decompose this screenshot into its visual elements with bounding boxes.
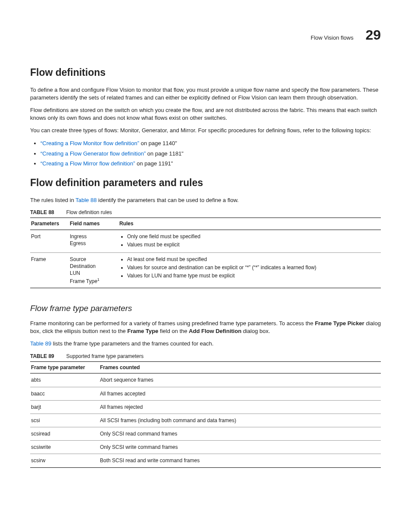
paragraph: The rules listed in Table 88 identify th… (30, 196, 381, 204)
rule-item: Only one field must be specified (127, 233, 378, 240)
cell: All frames accepted (99, 387, 381, 400)
xref-link[interactable]: “Creating a Flow Monitor flow definition… (40, 140, 139, 146)
topic-links-list: “Creating a Flow Monitor flow definition… (30, 140, 381, 168)
paragraph: You can create three types of flows: Mon… (30, 127, 381, 134)
table-row: Port Ingress Egress Only one field must … (30, 230, 381, 252)
text: dialog box. (241, 328, 270, 334)
table-label: TABLE 88 (30, 209, 54, 215)
rule-item: Values for LUN and frame type must be ex… (127, 272, 378, 279)
col-header: Frame type parameter (30, 362, 99, 373)
table-row: scsirwBoth SCSI read and write command f… (30, 454, 381, 467)
table-ref-link[interactable]: Table 88 (75, 197, 97, 203)
rule-item: Values for source and destination can be… (127, 264, 378, 271)
text: The rules listed in (30, 197, 75, 203)
table-88-title: TABLE 88Flow definition rules (30, 209, 381, 216)
ui-term: Frame Type Picker (315, 320, 364, 327)
col-header: Frames counted (99, 362, 381, 373)
cell: scsi (30, 414, 99, 427)
col-header: Rules (118, 218, 381, 230)
table-row: scsiAll SCSI frames (including both comm… (30, 414, 381, 427)
cell: abts (30, 373, 99, 387)
field-name: Egress (70, 240, 116, 247)
cell: Abort sequence frames (99, 373, 381, 387)
cell: At least one field must be specified Val… (118, 252, 381, 288)
ui-term: Frame Type (127, 328, 158, 334)
cell: All frames rejected (99, 400, 381, 414)
ui-term: Add Flow Definition (189, 328, 241, 334)
table-label: TABLE 89 (30, 353, 54, 359)
field-name: Source (70, 256, 116, 263)
text: lists the frame type parameters and the … (51, 340, 213, 347)
field-name: LUN (70, 270, 116, 277)
heading-flow-definitions: Flow definitions (30, 66, 381, 79)
heading-flow-definition-parameters: Flow definition parameters and rules (30, 176, 381, 190)
table-row: scsiwriteOnly SCSI write command frames (30, 441, 381, 454)
list-item: “Creating a Flow Monitor flow definition… (40, 140, 381, 147)
paragraph: Table 89 lists the frame type parameters… (30, 340, 381, 348)
table-caption: Flow definition rules (66, 209, 112, 215)
cell: scsiread (30, 427, 99, 441)
cell: Both SCSI read and write command frames (99, 454, 381, 467)
paragraph: Frame monitoring can be performed for a … (30, 320, 381, 335)
col-header: Field names (69, 218, 118, 230)
xref-suffix: on page 1181" (146, 150, 184, 157)
table-89-title: TABLE 89Supported frame type parameters (30, 353, 381, 360)
cell: scsirw (30, 454, 99, 467)
table-ref-link[interactable]: Table 89 (30, 340, 51, 347)
table-89: Frame type parameter Frames counted abts… (30, 361, 381, 468)
heading-flow-frame-type-parameters: Flow frame type parameters (30, 303, 381, 314)
paragraph: To define a flow and configure Flow Visi… (30, 86, 381, 101)
table-caption: Supported frame type parameters (66, 353, 143, 359)
field-name: Destination (70, 263, 116, 270)
cell: Only one field must be specified Values … (118, 230, 381, 252)
table-row: baaccAll frames accepted (30, 387, 381, 400)
list-item: “Creating a Flow Mirror flow definition”… (40, 160, 381, 168)
xref-link[interactable]: “Creating a Flow Generator flow definiti… (40, 150, 146, 157)
col-header: Parameters (30, 218, 69, 230)
table-row: scsireadOnly SCSI read command frames (30, 427, 381, 441)
text: Frame monitoring can be performed for a … (30, 320, 315, 327)
cell: Only SCSI read command frames (99, 427, 381, 441)
header-chapter-number: 29 (365, 26, 381, 44)
cell: baacc (30, 387, 99, 400)
xref-suffix: on page 1191" (135, 160, 173, 167)
cell: All SCSI frames (including both command … (99, 414, 381, 427)
table-88: Parameters Field names Rules Port Ingres… (30, 218, 381, 288)
field-name: Ingress (70, 233, 116, 240)
page-header: Flow Vision flows 29 (30, 26, 381, 44)
text: field on the (158, 328, 189, 334)
table-row: Frame Source Destination LUN Frame Type1… (30, 252, 381, 288)
cell: barjt (30, 400, 99, 414)
header-section-label: Flow Vision flows (311, 34, 353, 42)
cell: Source Destination LUN Frame Type1 (69, 252, 118, 288)
cell: Port (30, 230, 69, 252)
xref-suffix: on page 1140" (139, 140, 177, 146)
table-row: barjtAll frames rejected (30, 400, 381, 414)
xref-link[interactable]: “Creating a Flow Mirror flow definition” (40, 160, 135, 167)
cell: Only SCSI write command frames (99, 441, 381, 454)
cell: scsiwrite (30, 441, 99, 454)
footnote-ref: 1 (97, 277, 100, 282)
list-item: “Creating a Flow Generator flow definiti… (40, 150, 381, 158)
rule-item: At least one field must be specified (127, 256, 378, 263)
field-name: Frame Type1 (70, 277, 116, 285)
cell: Frame (30, 252, 69, 288)
rule-item: Values must be explicit (127, 241, 378, 248)
text: identify the parameters that can be used… (97, 197, 239, 203)
table-row: abtsAbort sequence frames (30, 373, 381, 387)
paragraph: Flow definitions are stored on the switc… (30, 106, 381, 121)
cell: Ingress Egress (69, 230, 118, 252)
text: Frame Type (70, 278, 97, 284)
